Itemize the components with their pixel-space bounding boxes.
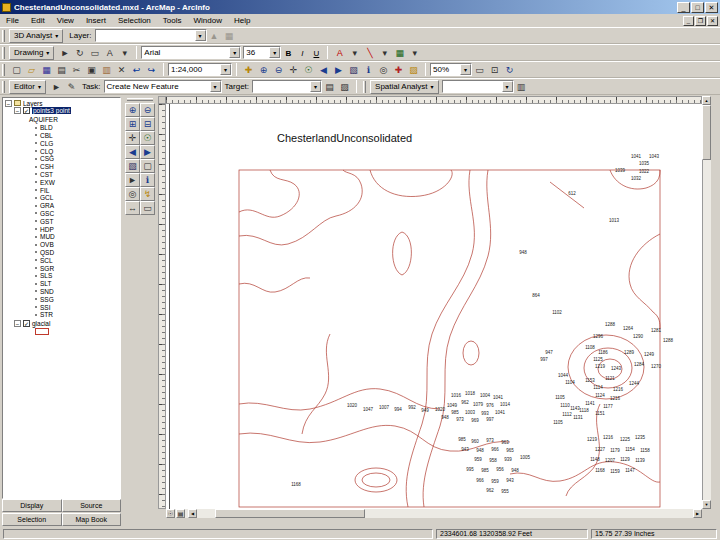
title-bar[interactable]: ChesterlandUnconsolidated.mxd - ArcMap -… <box>0 0 720 14</box>
save-icon[interactable]: ▦ <box>39 63 54 77</box>
redo-icon[interactable]: ↪ <box>144 63 159 77</box>
collapse-icon[interactable] <box>5 100 12 107</box>
menu-item-selection[interactable]: Selection <box>112 14 157 27</box>
toc-sublayer-gsc[interactable]: GSC <box>3 210 120 218</box>
html-popup-icon[interactable]: ▭ <box>140 201 155 215</box>
menu-item-insert[interactable]: Insert <box>80 14 112 27</box>
toc-sublayer-slt[interactable]: SLT <box>3 280 120 288</box>
toc-sublayer-exw[interactable]: EXW <box>3 178 120 186</box>
toc-sublayer-clq[interactable]: CLQ <box>3 147 120 155</box>
vertical-scroll-thumb[interactable] <box>702 105 711 160</box>
spatial-analyst-layer-combo[interactable] <box>442 80 514 93</box>
toc-sublayer-csg[interactable]: CSG <box>3 155 120 163</box>
text-tool-dropdown-icon[interactable]: ▾ <box>117 46 132 60</box>
shape-tool-icon[interactable]: ▭ <box>87 46 102 60</box>
line-color-icon[interactable]: ╲ <box>362 46 377 60</box>
arccatalog-icon[interactable]: ▨ <box>406 63 421 77</box>
toc-sublayer-bld[interactable]: BLD <box>3 124 120 132</box>
new-map-icon[interactable]: ▢ <box>9 63 24 77</box>
toc-sublayer-sls[interactable]: SLS <box>3 272 120 280</box>
menu-item-help[interactable]: Help <box>228 14 256 27</box>
3d-layer-combo[interactable] <box>95 29 207 42</box>
toc-sublayer-sgr[interactable]: SGR <box>3 264 120 272</box>
toolbar-grip[interactable] <box>2 81 5 93</box>
toc-root[interactable]: Layers <box>3 98 120 107</box>
back-extent-icon[interactable]: ◀ <box>125 145 140 159</box>
rotate-icon[interactable]: ↻ <box>72 46 87 60</box>
undo-icon[interactable]: ↩ <box>129 63 144 77</box>
dropdown-arrow-icon[interactable] <box>502 81 513 92</box>
drawing-menu-button[interactable]: Drawing <box>9 46 54 60</box>
layout-view-button[interactable] <box>176 509 185 518</box>
zoom-out-icon[interactable]: ⊖ <box>271 63 286 77</box>
toc-sublayer-cbl[interactable]: CBL <box>3 132 120 140</box>
bold-button[interactable]: B <box>281 46 295 60</box>
measure-icon[interactable]: ↔ <box>125 201 140 215</box>
toolbar-grip[interactable] <box>2 47 5 59</box>
open-icon[interactable]: ▱ <box>24 63 39 77</box>
toolbar-grip[interactable] <box>2 64 5 76</box>
zoom-whole-page-icon[interactable]: ▭ <box>472 63 487 77</box>
toc-tab-source[interactable]: Source <box>62 499 122 512</box>
interpolate-icon[interactable]: ▦ <box>222 29 237 43</box>
fill-color-dropdown-icon[interactable]: ▾ <box>407 46 422 60</box>
task-combo[interactable]: Create New Feature <box>104 80 222 93</box>
toc-sublayer-ovb[interactable]: OVB <box>3 241 120 249</box>
mdi-minimize-button[interactable]: _ <box>683 16 694 26</box>
scroll-right-icon[interactable] <box>693 509 702 518</box>
font-family-combo[interactable]: Arial <box>141 46 241 59</box>
identify-icon[interactable]: ℹ <box>361 63 376 77</box>
line-color-dropdown-icon[interactable]: ▾ <box>377 46 392 60</box>
toc-tree[interactable]: Layers points3 point AQUIFER BLDCBLCLGCL… <box>2 97 121 499</box>
zoom-out-icon[interactable]: ⊖ <box>140 103 155 117</box>
toc-sublayer-ssi[interactable]: SSI <box>3 303 120 311</box>
copy-icon[interactable]: ▣ <box>84 63 99 77</box>
toolbar-grip[interactable] <box>363 81 366 93</box>
add-data-icon[interactable]: ✚ <box>241 63 256 77</box>
delete-icon[interactable]: ✕ <box>114 63 129 77</box>
toc-sublayer-qsd[interactable]: QSD <box>3 249 120 257</box>
menu-item-view[interactable]: View <box>51 14 80 27</box>
underline-button[interactable]: U <box>309 46 323 60</box>
toc-tab-display[interactable]: Display <box>2 499 62 512</box>
select-elements-icon[interactable]: ► <box>125 173 140 187</box>
menu-item-window[interactable]: Window <box>188 14 228 27</box>
toc-sublayer-cst[interactable]: CST <box>3 171 120 179</box>
find-icon[interactable]: ◎ <box>376 63 391 77</box>
toc-sublayer-mud[interactable]: MUD <box>3 233 120 241</box>
toc-sublayer-scl[interactable]: SCL <box>3 256 120 264</box>
find-icon[interactable]: ◎ <box>125 187 140 201</box>
clear-selection-icon[interactable]: ▢ <box>140 159 155 173</box>
edit-arrow-icon[interactable]: ► <box>49 80 64 94</box>
toc-sublayer-str[interactable]: STR <box>3 311 120 319</box>
zoom-in-icon[interactable]: ⊕ <box>256 63 271 77</box>
layout-zoom-combo[interactable]: 50% <box>430 63 472 76</box>
forward-extent-icon[interactable]: ▶ <box>331 63 346 77</box>
italic-button[interactable]: I <box>295 46 309 60</box>
toc-sublayer-gcl[interactable]: GCL <box>3 194 120 202</box>
scroll-down-icon[interactable] <box>702 500 711 509</box>
print-icon[interactable]: ▤ <box>54 63 69 77</box>
forward-extent-icon[interactable]: ▶ <box>140 145 155 159</box>
attributes-icon[interactable]: ▤ <box>322 80 337 94</box>
hyperlink-icon[interactable]: ↯ <box>140 187 155 201</box>
dropdown-arrow-icon[interactable] <box>229 47 240 58</box>
select-elements-icon[interactable]: ► <box>57 46 72 60</box>
identify-icon[interactable]: ℹ <box>140 173 155 187</box>
toc-sublayer-ssg[interactable]: SSG <box>3 295 120 303</box>
back-extent-icon[interactable]: ◀ <box>316 63 331 77</box>
toc-sublayer-snd[interactable]: SND <box>3 288 120 296</box>
pan-icon[interactable]: ✛ <box>286 63 301 77</box>
dropdown-arrow-icon[interactable] <box>220 64 231 75</box>
paste-icon[interactable]: ▥ <box>99 63 114 77</box>
toc-layer-glacial[interactable]: glacial <box>3 319 120 328</box>
toc-sublayer-gra[interactable]: GRA <box>3 202 120 210</box>
layer-visibility-checkbox[interactable] <box>23 107 30 114</box>
zoom-100-icon[interactable]: ⊡ <box>487 63 502 77</box>
toc-sublayer-csh[interactable]: CSH <box>3 163 120 171</box>
text-tool-icon[interactable]: A <box>102 46 117 60</box>
dropdown-arrow-icon[interactable] <box>210 81 221 92</box>
toc-sublayer-gst[interactable]: GST <box>3 217 120 225</box>
menu-item-tools[interactable]: Tools <box>157 14 188 27</box>
font-size-combo[interactable]: 36 <box>243 46 281 59</box>
